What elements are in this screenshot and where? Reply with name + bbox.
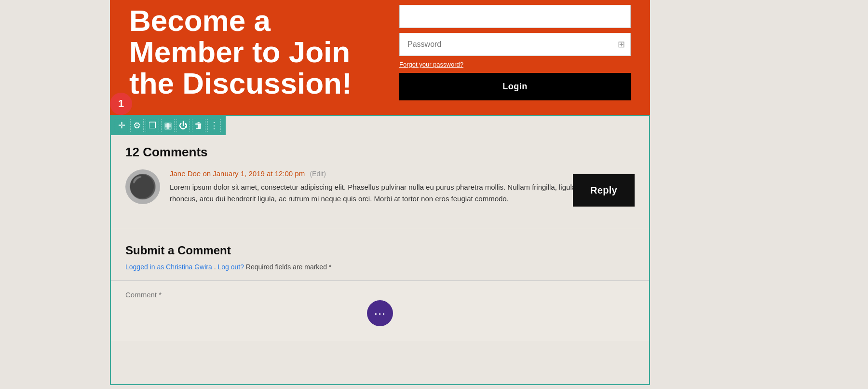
comments-section: 12 Comments ⚫ Jane Doe on January 1, 201… — [110, 115, 650, 385]
comment-date: on January 1, 2019 at 12:00 pm — [203, 169, 305, 178]
banner-title: Become a Member to Join the Discussion! — [129, 0, 380, 99]
comment-body: Jane Doe on January 1, 2019 at 12:00 pm … — [170, 169, 635, 205]
grid-icon[interactable]: ▦ — [161, 119, 175, 132]
orange-banner: Become a Member to Join the Discussion! … — [110, 0, 650, 115]
required-notice: Required fields are marked * — [246, 263, 331, 271]
fab-button[interactable]: ··· — [367, 300, 393, 326]
logged-in-info: Logged in as Christina Gwira . Log out? … — [125, 263, 635, 271]
logged-in-user-link[interactable]: Logged in as Christina Gwira — [125, 263, 214, 271]
username-input[interactable] — [399, 5, 631, 28]
user-avatar-icon: ⚫ — [128, 175, 157, 198]
fab-icon: ··· — [374, 306, 386, 321]
forgot-password-link[interactable]: Forgot your password? — [399, 61, 631, 68]
login-form: ⊞ Forgot your password? Login — [399, 0, 631, 100]
logout-link[interactable]: Log out? — [217, 263, 244, 271]
move-icon[interactable]: ✛ — [115, 119, 128, 132]
more-icon[interactable]: ⋮ — [207, 119, 221, 132]
block-toolbar: ✛ ⚙ ❐ ▦ ⏻ 🗑 ⋮ — [110, 116, 226, 135]
comment-box-area: ··· — [111, 280, 649, 341]
submit-section: Submit a Comment Logged in as Christina … — [111, 229, 649, 280]
password-field-wrapper: ⊞ — [399, 33, 631, 56]
comment-meta: Jane Doe on January 1, 2019 at 12:00 pm … — [170, 169, 635, 178]
trash-icon[interactable]: 🗑 — [192, 119, 205, 132]
step-number: 1 — [118, 97, 124, 110]
power-icon[interactable]: ⏻ — [176, 119, 190, 132]
submit-heading: Submit a Comment — [125, 244, 635, 257]
password-visibility-icon[interactable]: ⊞ — [618, 39, 625, 50]
login-button[interactable]: Login — [399, 73, 631, 100]
step-badge: 1 — [110, 93, 132, 115]
reply-button[interactable]: Reply — [573, 174, 635, 207]
avatar: ⚫ — [125, 169, 160, 204]
comment-item: ⚫ Jane Doe on January 1, 2019 at 12:00 p… — [125, 169, 635, 205]
password-input[interactable] — [399, 33, 631, 56]
duplicate-icon[interactable]: ❐ — [146, 119, 159, 132]
comment-edit-link[interactable]: (Edit) — [310, 170, 326, 178]
comments-heading: 12 Comments — [125, 145, 635, 160]
gear-icon[interactable]: ⚙ — [130, 119, 144, 132]
comment-text: Lorem ipsum dolor sit amet, consectetur … — [170, 181, 635, 205]
comment-author[interactable]: Jane Doe — [170, 169, 201, 178]
